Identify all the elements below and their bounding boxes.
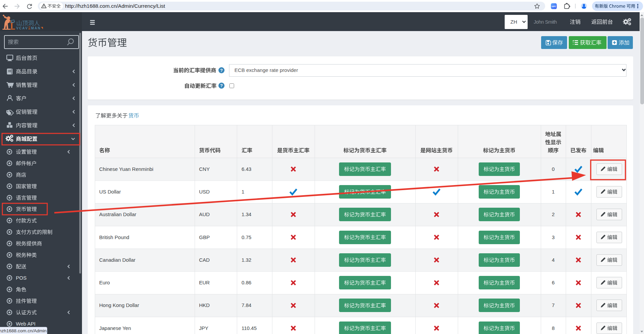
svg-text:?: ? <box>220 68 223 73</box>
svg-text:HiPC: HiPC <box>552 5 556 7</box>
svg-text:?: ? <box>220 83 223 88</box>
